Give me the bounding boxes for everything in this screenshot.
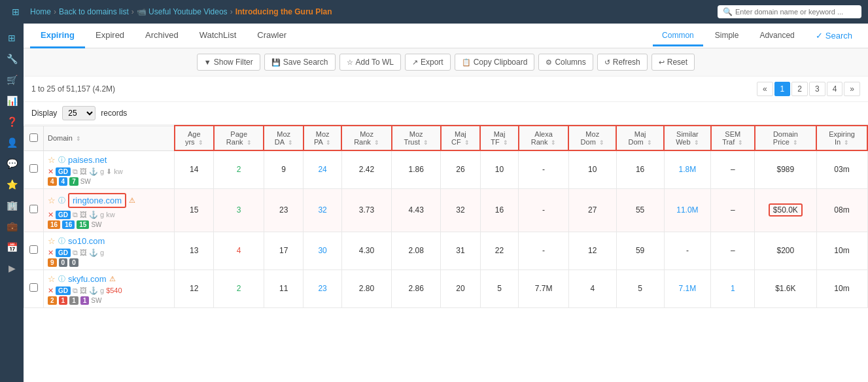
row4-anchor-icon[interactable]: ⚓ bbox=[89, 286, 98, 295]
row3-g-icon[interactable]: g bbox=[100, 249, 104, 256]
row3-info-icon[interactable]: ⓘ bbox=[58, 236, 65, 246]
global-search-input[interactable] bbox=[735, 8, 856, 16]
row2-g-icon[interactable]: g bbox=[100, 211, 104, 218]
tab-expiring[interactable]: Expiring bbox=[30, 24, 85, 48]
sidebar-item-org[interactable]: 🏢 bbox=[3, 196, 21, 215]
row1-img-icon[interactable]: 🖼 bbox=[80, 167, 87, 175]
page-1-button[interactable]: 1 bbox=[774, 82, 791, 96]
col-mozda-header[interactable]: MozDA ⇕ bbox=[264, 126, 303, 150]
tab-type-simple[interactable]: Simple bbox=[706, 26, 748, 46]
sidebar-item-dashboard[interactable]: ⊞ bbox=[3, 29, 21, 47]
columns-button[interactable]: ⚙ Columns bbox=[538, 54, 593, 71]
row2-check[interactable] bbox=[29, 205, 38, 213]
row3-checkbox[interactable] bbox=[24, 232, 44, 269]
row4-img-icon[interactable]: 🖼 bbox=[80, 286, 87, 294]
home-link[interactable]: Home bbox=[30, 7, 51, 16]
col-majcf-header[interactable]: MajCF ⇕ bbox=[441, 126, 480, 150]
row3-check[interactable] bbox=[29, 245, 38, 254]
tab-expired[interactable]: Expired bbox=[85, 24, 135, 48]
row2-checkbox[interactable] bbox=[24, 188, 44, 232]
row1-info-icon[interactable]: ⓘ bbox=[58, 155, 65, 165]
row3-anchor-icon[interactable]: ⚓ bbox=[89, 249, 98, 257]
row2-info-icon[interactable]: ⓘ bbox=[58, 196, 65, 205]
row3-gd-badge[interactable]: GD bbox=[56, 249, 71, 257]
tab-archived[interactable]: Archived bbox=[135, 24, 189, 48]
col-alexarank-header[interactable]: AlexaRank ⇕ bbox=[519, 126, 568, 150]
row1-anchor-icon[interactable]: ⚓ bbox=[89, 167, 98, 176]
row2-kw-icon[interactable]: kw bbox=[106, 211, 114, 218]
sidebar-item-stats[interactable]: 📊 bbox=[3, 92, 21, 110]
page-prev-button[interactable]: « bbox=[757, 82, 773, 96]
row4-copy-icon[interactable]: ⧉ bbox=[73, 286, 78, 295]
tab-type-advanced[interactable]: Advanced bbox=[750, 26, 803, 46]
row1-domain-link[interactable]: paises.net bbox=[68, 155, 107, 165]
refresh-button[interactable]: ↺ Refresh bbox=[597, 54, 648, 71]
row4-check[interactable] bbox=[29, 283, 38, 292]
sidebar-item-favorites[interactable]: ⭐ bbox=[3, 175, 21, 194]
sidebar-item-play[interactable]: ▶ bbox=[3, 259, 21, 277]
col-moztrust-header[interactable]: MozTrust ⇕ bbox=[392, 126, 441, 150]
sidebar-item-tools[interactable]: 🔧 bbox=[3, 50, 21, 68]
col-checkbox-header[interactable] bbox=[24, 126, 44, 150]
save-search-button[interactable]: 💾 Save Search bbox=[264, 54, 336, 71]
row3-copy-icon[interactable]: ⧉ bbox=[73, 249, 78, 257]
select-all-checkbox[interactable] bbox=[29, 133, 38, 142]
row4-gd-badge[interactable]: GD bbox=[56, 286, 71, 295]
page-4-button[interactable]: 4 bbox=[827, 82, 843, 96]
row2-gd-badge[interactable]: GD bbox=[56, 211, 71, 219]
copy-clipboard-button[interactable]: 📋 Copy Clipboard bbox=[455, 54, 535, 71]
col-mozrank-header[interactable]: MozRank ⇕ bbox=[341, 126, 391, 150]
col-mozpa-header[interactable]: MozPA ⇕ bbox=[304, 126, 341, 150]
page-next-button[interactable]: » bbox=[844, 82, 860, 96]
row1-download-icon[interactable]: ⬇ bbox=[106, 167, 112, 176]
display-select[interactable]: 25 50 100 bbox=[62, 106, 95, 120]
add-to-wl-button[interactable]: ☆ Add To WL bbox=[339, 54, 401, 71]
back-link[interactable]: Back to domains list bbox=[59, 7, 129, 16]
youtube-link[interactable]: 📹 Useful Youtube Videos bbox=[137, 7, 228, 16]
col-majdom-header[interactable]: MajDom ⇕ bbox=[616, 126, 664, 150]
page-2-button[interactable]: 2 bbox=[791, 82, 808, 96]
row2-domain-link[interactable]: ringtone.com bbox=[73, 196, 122, 205]
sidebar-item-portfolio[interactable]: 💼 bbox=[3, 217, 21, 235]
export-button[interactable]: ↗ Export bbox=[405, 54, 451, 71]
row1-g-icon[interactable]: g bbox=[100, 167, 104, 175]
row2-anchor-icon[interactable]: ⚓ bbox=[89, 211, 98, 219]
row2-img-icon[interactable]: 🖼 bbox=[80, 211, 87, 218]
row3-star-icon[interactable]: ☆ bbox=[48, 236, 56, 246]
reset-button[interactable]: ↩ Reset bbox=[651, 54, 695, 71]
col-domain-header[interactable]: Domain ⇕ bbox=[44, 126, 175, 150]
col-majtf-header[interactable]: MajTF ⇕ bbox=[480, 126, 519, 150]
col-semtraf-header[interactable]: SEMTraf ⇕ bbox=[711, 126, 755, 150]
page-3-button[interactable]: 3 bbox=[809, 82, 825, 96]
tab-crawler[interactable]: Crawler bbox=[247, 24, 297, 48]
row4-info-icon[interactable]: ⓘ bbox=[58, 274, 65, 284]
col-similarweb-header[interactable]: SimilarWeb ⇕ bbox=[664, 126, 711, 150]
row1-star-icon[interactable]: ☆ bbox=[48, 155, 56, 165]
row3-domain-link[interactable]: so10.com bbox=[68, 236, 105, 246]
row4-g-icon[interactable]: g bbox=[100, 286, 104, 294]
col-expiring-header[interactable]: ExpiringIn ⇕ bbox=[816, 126, 867, 150]
row1-gd-badge[interactable]: GD bbox=[56, 167, 71, 176]
tab-type-common[interactable]: Common bbox=[653, 26, 703, 46]
row2-copy-icon[interactable]: ⧉ bbox=[73, 211, 78, 219]
row4-star-icon[interactable]: ☆ bbox=[48, 274, 56, 284]
col-pagerank-header[interactable]: PageRank ⇕ bbox=[214, 126, 264, 150]
sidebar-item-calendar[interactable]: 📅 bbox=[3, 238, 21, 256]
row1-kw-icon[interactable]: kw bbox=[114, 167, 122, 175]
sidebar-item-cart[interactable]: 🛒 bbox=[3, 71, 21, 89]
sidebar-item-chat[interactable]: 💬 bbox=[3, 154, 21, 173]
col-age-header[interactable]: Ageyrs ⇕ bbox=[175, 126, 214, 150]
row1-check[interactable] bbox=[29, 164, 38, 173]
row2-star-icon[interactable]: ☆ bbox=[48, 196, 56, 205]
nav-home-icon[interactable]: ⊞ bbox=[7, 3, 25, 21]
col-mozdom-header[interactable]: MozDom ⇕ bbox=[568, 126, 616, 150]
row1-checkbox[interactable] bbox=[24, 150, 44, 188]
sidebar-item-help[interactable]: ❓ bbox=[3, 113, 21, 131]
row4-domain-link[interactable]: skyfu.com bbox=[68, 274, 107, 284]
show-filter-button[interactable]: ▼ Show Filter bbox=[197, 54, 260, 71]
search-tab-button[interactable]: ✓ Search bbox=[807, 26, 861, 45]
tab-watchlist[interactable]: WatchList bbox=[189, 24, 247, 48]
row1-copy-icon[interactable]: ⧉ bbox=[73, 167, 78, 176]
row3-img-icon[interactable]: 🖼 bbox=[80, 249, 87, 256]
global-search-box[interactable]: 🔍 bbox=[718, 5, 861, 18]
